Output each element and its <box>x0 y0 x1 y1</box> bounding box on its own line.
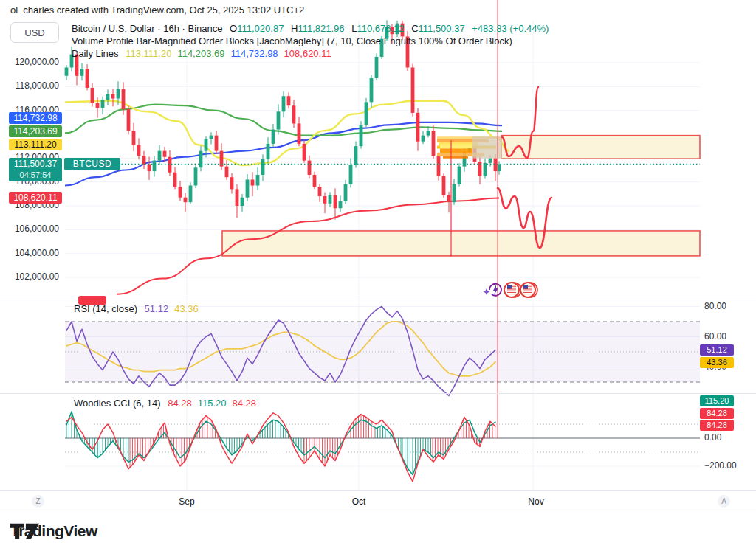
symbol-title: Bitcoin / U.S. Dollar · 16h · Binance <box>72 23 222 34</box>
bar-countdown: 04:57:54 <box>9 170 62 181</box>
price-tick: 104,000.00 <box>1 248 59 258</box>
daily-lines-legend[interactable]: Daily Lines 113,111.20114,203.69114,732.… <box>72 48 337 59</box>
daily-line-value: 114,203.69 <box>177 48 224 59</box>
current-price-label: 111,500.3704:57:54 <box>9 158 62 181</box>
ohlc-high-value: 111,821.96 <box>298 23 344 34</box>
price-tick: 106,000.00 <box>1 224 59 234</box>
current-price-value: 111,500.37 <box>9 159 62 170</box>
daily-line-value: 114,732.98 <box>231 48 278 59</box>
indicator-badge: 51.12 <box>700 344 734 356</box>
scroll-right-badge[interactable]: A <box>718 495 730 508</box>
time-axis-label-oct[interactable]: Oct <box>352 496 366 507</box>
time-axis-label-sep[interactable]: Sep <box>179 496 194 507</box>
daily-line-value: 108,620.11 <box>284 48 331 59</box>
ohlc-low-value: 110,676.12 <box>357 23 404 34</box>
ohlc-close-label: C <box>411 23 418 34</box>
cci-tick: 0.00 <box>704 432 721 443</box>
rsi-value: 51.12 <box>145 303 169 314</box>
tradingview-logo-mark <box>10 522 40 541</box>
indicator-badge: 84.28 <box>700 420 734 431</box>
rsi-title: RSI (14, close) <box>74 303 137 314</box>
chart-canvas <box>0 0 756 554</box>
cci-title: Woodies CCI (6, 14) <box>74 398 161 409</box>
daily-line-values: 113,111.20114,203.69114,732.98108,620.11 <box>126 48 337 59</box>
credit-line: ol_charles created with TradingView.com,… <box>10 4 304 15</box>
symbol-tag: BTCUSD <box>64 158 120 170</box>
price-tick: 120,000.00 <box>1 57 59 67</box>
cci-value: 84.28 <box>168 398 192 409</box>
rsi-values: 51.1243.36 <box>145 303 205 314</box>
rsi-legend[interactable]: RSI (14, close) 51.1243.36 <box>74 303 205 314</box>
indicator-badge: 84.28 <box>700 408 734 419</box>
ohlc-open-label: O <box>230 23 237 34</box>
ohlc-change: +483.83 (+0.44%) <box>472 23 549 34</box>
price-label: 114,732.98 <box>9 112 62 124</box>
rsi-value: 43.36 <box>174 303 199 314</box>
rsi-tick: 80.00 <box>704 301 726 311</box>
cci-value: 84.28 <box>233 398 257 409</box>
ohlc-open-value: 111,020.87 <box>237 23 284 34</box>
cci-values: 84.28115.2084.28 <box>168 398 262 409</box>
cci-value: 115.20 <box>198 398 227 409</box>
scroll-left-badge[interactable]: Z <box>32 495 44 508</box>
time-axis-label-nov[interactable]: Nov <box>528 496 543 507</box>
ohlc-high-label: H <box>291 23 298 34</box>
cci-legend[interactable]: Woodies CCI (6, 14) 84.28115.2084.28 <box>74 398 262 409</box>
ohlc-close-value: 111,500.37 <box>419 23 465 34</box>
daily-lines-label: Daily Lines <box>72 48 119 59</box>
indicator-badge: 43.36 <box>700 357 734 368</box>
price-tick: 118,000.00 <box>1 80 59 91</box>
currency-button[interactable]: USD <box>10 22 59 43</box>
rsi-tick: 60.00 <box>704 331 726 342</box>
symbol-legend[interactable]: Bitcoin / U.S. Dollar · 16h · Binance O1… <box>72 23 549 34</box>
indicator-legend[interactable]: Volume Profile Bar-Magnified Order Block… <box>72 35 512 46</box>
event-icons <box>484 283 538 297</box>
price-label: 113,111.20 <box>9 139 62 150</box>
price-tick: 102,000.00 <box>1 271 59 282</box>
cci-tick: −200.00 <box>704 460 737 471</box>
tradingview-chart-app: ol_charles created with TradingView.com,… <box>0 0 756 554</box>
price-label: 114,203.69 <box>9 125 62 137</box>
tradingview-logo[interactable]: TradingView <box>10 522 97 540</box>
indicator-badge: 115.20 <box>700 395 734 406</box>
price-label: 108,620.11 <box>9 192 62 204</box>
daily-line-value: 113,111.20 <box>126 48 171 59</box>
